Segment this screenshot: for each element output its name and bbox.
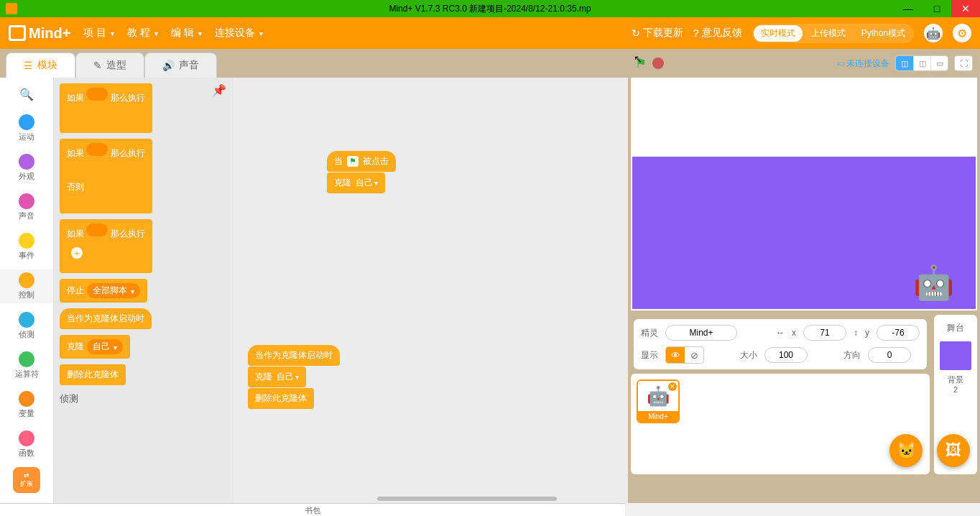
cat-motion[interactable]: 运动 bbox=[0, 111, 53, 145]
size-label: 大小 bbox=[740, 349, 757, 361]
cat-sound[interactable]: 声音 bbox=[0, 190, 53, 224]
maximize-button[interactable]: □ bbox=[923, 0, 951, 17]
sprite-card[interactable]: ✕ 🤖 Mind+ bbox=[637, 379, 680, 423]
blocks-icon: ☰ bbox=[24, 60, 33, 71]
sprite-name-input[interactable] bbox=[665, 325, 737, 341]
sprite-on-stage[interactable]: 🤖 bbox=[913, 263, 954, 302]
show-hidden-button[interactable]: ⊘ bbox=[685, 347, 703, 363]
sensing-heading: 侦测 bbox=[60, 392, 228, 405]
fullscreen-control: ⛶ bbox=[954, 55, 973, 71]
sprite-card-name: Mind+ bbox=[638, 411, 678, 422]
block-if-then[interactable]: 如果 那么执行 bbox=[60, 83, 152, 133]
logo: Mind+ bbox=[9, 25, 70, 42]
dropdown-icon bbox=[373, 178, 378, 188]
plus-icon[interactable]: ＋ bbox=[71, 247, 83, 259]
script-clone-self-2[interactable]: 克隆 自己 bbox=[248, 367, 306, 387]
sprite-direction-input[interactable] bbox=[868, 347, 911, 363]
refresh-icon: ↻ bbox=[632, 27, 640, 39]
app-icon bbox=[6, 3, 17, 14]
menubar: Mind+ 项 目 教 程 编 辑 连接设备 ↻下载更新 ?意见反馈 实时模式 … bbox=[0, 17, 980, 49]
show-label: 显示 bbox=[641, 349, 658, 361]
add-sprite-button[interactable]: 🐱 bbox=[889, 434, 923, 467]
block-when-clone[interactable]: 当作为克隆体启动时 bbox=[60, 308, 152, 329]
pin-icon[interactable]: 📌 bbox=[212, 83, 226, 97]
account-icon[interactable]: 🤖 bbox=[924, 24, 943, 42]
logo-icon bbox=[9, 25, 26, 41]
mode-python[interactable]: Python模式 bbox=[854, 25, 912, 42]
tab-sounds[interactable]: 🔊 声音 bbox=[144, 52, 217, 78]
cat-variables[interactable]: 变量 bbox=[0, 388, 53, 422]
sound-icon: 🔊 bbox=[162, 60, 175, 71]
show-visible-button[interactable]: 👁 bbox=[666, 347, 685, 363]
tab-blocks[interactable]: ☰ 模块 bbox=[6, 52, 75, 78]
help-icon: ? bbox=[693, 27, 699, 39]
block-delete-clone[interactable]: 删除此克隆体 bbox=[60, 364, 126, 385]
view-large[interactable]: ▭ bbox=[930, 56, 948, 70]
sprite-y-input[interactable] bbox=[877, 325, 920, 341]
menu-tutorial[interactable]: 教 程 bbox=[127, 27, 158, 40]
add-backdrop-button[interactable]: 🖼 bbox=[937, 434, 970, 467]
script-delete-clone[interactable]: 删除此克隆体 bbox=[248, 388, 314, 409]
blocks-palette: 📌 如果 那么执行 如果 那么执行 否则 如果 那么执行 ＋ 停止 全部脚本 当… bbox=[54, 78, 234, 503]
cat-looks[interactable]: 外观 bbox=[0, 151, 53, 185]
sprite-info: 精灵 ↔ x ↕ y 显示 👁 ⊘ 大小 bbox=[634, 319, 927, 369]
xy-icon: ↔ bbox=[776, 328, 785, 338]
sprite-x-input[interactable] bbox=[803, 325, 846, 341]
category-sidebar: 🔍 运动 外观 声音 事件 控制 侦测 运算符 变量 函数 ⇄扩展 bbox=[0, 78, 54, 503]
block-if-else[interactable]: 如果 那么执行 否则 bbox=[60, 139, 152, 213]
block-stop[interactable]: 停止 全部脚本 bbox=[60, 279, 147, 303]
stage-wrap: 🤖 bbox=[631, 78, 977, 310]
view-medium[interactable]: ◫ bbox=[913, 56, 930, 70]
script-clone-self[interactable]: 克隆 自己 bbox=[327, 172, 385, 193]
delete-sprite-icon[interactable]: ✕ bbox=[668, 382, 677, 391]
minimize-button[interactable]: ― bbox=[894, 0, 923, 17]
show-toggle: 👁 ⊘ bbox=[665, 346, 704, 364]
menu-edit[interactable]: 编 辑 bbox=[171, 27, 202, 40]
stage-label: 舞台 bbox=[938, 319, 973, 337]
device-icon: ▭ bbox=[837, 58, 845, 68]
stage-panel: ⚑ ↖ ▭未连接设备 ◫ ◫ ▭ ⛶ 🤖 精灵 ↔ bbox=[628, 49, 980, 503]
costume-icon: ✎ bbox=[93, 60, 102, 71]
mode-upload[interactable]: 上传模式 bbox=[804, 25, 853, 42]
window-controls: ― □ ✕ bbox=[894, 0, 980, 17]
view-small[interactable]: ◫ bbox=[896, 56, 913, 70]
y-icon: ↕ bbox=[854, 328, 858, 338]
backdrop-panel: 舞台 背景2 🖼 bbox=[934, 315, 977, 474]
stage-header: ⚑ ↖ ▭未连接设备 ◫ ◫ ▭ ⛶ bbox=[628, 49, 980, 78]
menu-connect[interactable]: 连接设备 bbox=[215, 27, 263, 40]
cat-operators[interactable]: 运算符 bbox=[0, 349, 53, 382]
cat-control[interactable]: 控制 bbox=[0, 269, 53, 303]
search-icon[interactable]: 🔍 bbox=[15, 83, 38, 106]
cat-events[interactable]: 事件 bbox=[0, 230, 53, 264]
block-clone[interactable]: 克隆 自己 bbox=[60, 335, 130, 359]
mode-tabs: 实时模式 上传模式 Python模式 bbox=[752, 24, 914, 43]
block-if-then-plus[interactable]: 如果 那么执行 ＋ bbox=[60, 219, 152, 273]
extensions-button[interactable]: ⇄扩展 bbox=[13, 467, 40, 493]
menu-project[interactable]: 项 目 bbox=[83, 27, 114, 40]
cursor-icon: ↖ bbox=[634, 53, 642, 65]
backpack[interactable]: 书包 bbox=[0, 503, 625, 516]
fullscreen-button[interactable]: ⛶ bbox=[955, 56, 972, 70]
script-when-flag-clicked[interactable]: 当 ⚑ 被点击 bbox=[327, 151, 396, 172]
window-title: Mind+ V1.7.3 RC3.0 新建项目-2024/8/12-21:0:3… bbox=[389, 3, 591, 15]
stage-view-modes: ◫ ◫ ▭ bbox=[895, 55, 948, 71]
settings-icon[interactable]: ⚙ bbox=[953, 24, 971, 42]
backdrop-label: 背景2 bbox=[938, 374, 973, 394]
script-when-clone-starts[interactable]: 当作为克隆体启动时 bbox=[248, 345, 340, 366]
tab-costumes[interactable]: ✎ 造型 bbox=[75, 52, 144, 78]
cat-sensing[interactable]: 侦测 bbox=[0, 309, 53, 343]
scrollbar-horizontal[interactable] bbox=[377, 497, 557, 501]
green-flag-icon: ⚑ bbox=[347, 156, 359, 167]
cat-functions[interactable]: 函数 bbox=[0, 428, 53, 461]
feedback[interactable]: ?意见反馈 bbox=[693, 27, 742, 40]
mode-realtime[interactable]: 实时模式 bbox=[754, 25, 803, 42]
stop-button[interactable] bbox=[652, 57, 664, 69]
sprite-size-input[interactable] bbox=[764, 347, 808, 363]
device-status[interactable]: ▭未连接设备 bbox=[837, 57, 889, 70]
close-button[interactable]: ✕ bbox=[951, 0, 980, 17]
stage[interactable]: 🤖 bbox=[632, 79, 976, 309]
ext-icon: ⇄ bbox=[24, 471, 29, 479]
stage-thumbnail[interactable] bbox=[938, 340, 973, 372]
logo-text: Mind+ bbox=[29, 25, 70, 42]
download-update[interactable]: ↻下载更新 bbox=[632, 27, 683, 40]
